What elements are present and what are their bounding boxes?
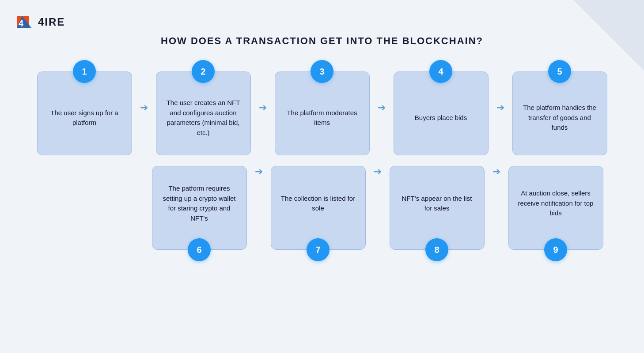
arrow-right-4: ➔ bbox=[496, 102, 504, 113]
page-title: HOW DOES A TRANSACTION GET INTO THE BLOC… bbox=[0, 35, 644, 47]
step-card-7: The collection is listed for sole bbox=[271, 166, 366, 250]
step-wrapper-3: 3The platform moderates items bbox=[275, 60, 370, 155]
step-badge-3: 3 bbox=[311, 60, 333, 83]
row-1: 1The user signs up for a platform➔2The u… bbox=[37, 60, 607, 155]
step-badge-1: 1 bbox=[73, 60, 96, 83]
row-2: The patform requires setting up a crypto… bbox=[41, 166, 603, 261]
step-badge-9: 9 bbox=[544, 238, 567, 261]
arrow-right-3: ➔ bbox=[378, 102, 386, 113]
step-badge-8: 8 bbox=[425, 238, 448, 261]
step-badge-2: 2 bbox=[192, 60, 215, 83]
step-card-9: At auction close, sellers receive notifi… bbox=[508, 166, 603, 250]
svg-text:4: 4 bbox=[19, 19, 24, 28]
arrow-right-bottom-2: ➔ bbox=[374, 166, 382, 177]
step-card-4: Buyers place bids bbox=[394, 71, 489, 155]
step-wrapper-1: 1The user signs up for a platform bbox=[37, 60, 132, 155]
step-card-8: NFT's appear on the list for sales bbox=[390, 166, 485, 250]
step-wrapper-2: 2The user creates an NFT and configures … bbox=[156, 60, 251, 155]
step-wrapper-5: 5The platform handies the transfer of go… bbox=[512, 60, 607, 155]
step-card-3: The platform moderates items bbox=[275, 71, 370, 155]
step-wrapper-6: The patform requires setting up a crypto… bbox=[152, 166, 247, 261]
diagram-container: 1The user signs up for a platform➔2The u… bbox=[0, 60, 644, 261]
step-card-2: The user creates an NFT and configures a… bbox=[156, 71, 251, 155]
step-wrapper-4: 4Buyers place bids bbox=[394, 60, 489, 155]
step-wrapper-7: The collection is listed for sole7 bbox=[271, 166, 366, 261]
step-badge-4: 4 bbox=[429, 60, 452, 83]
step-wrapper-9: At auction close, sellers receive notifi… bbox=[508, 166, 603, 261]
step-card-5: The platform handies the transfer of goo… bbox=[512, 71, 607, 155]
logo: 4 4IRE bbox=[16, 12, 65, 32]
step-badge-5: 5 bbox=[548, 60, 571, 83]
logo-text: 4IRE bbox=[38, 16, 65, 28]
arrow-right-2: ➔ bbox=[259, 102, 267, 113]
step-badge-6: 6 bbox=[188, 238, 211, 261]
step-card-6: The patform requires setting up a crypto… bbox=[152, 166, 247, 250]
arrow-right-1: ➔ bbox=[140, 102, 148, 113]
arrow-right-bottom-3: ➔ bbox=[492, 166, 500, 177]
step-badge-7: 7 bbox=[307, 238, 330, 261]
step-card-1: The user signs up for a platform bbox=[37, 71, 132, 155]
arrow-right-bottom-1: ➔ bbox=[255, 166, 263, 177]
logo-icon: 4 bbox=[16, 12, 35, 32]
step-wrapper-8: NFT's appear on the list for sales8 bbox=[390, 166, 485, 261]
